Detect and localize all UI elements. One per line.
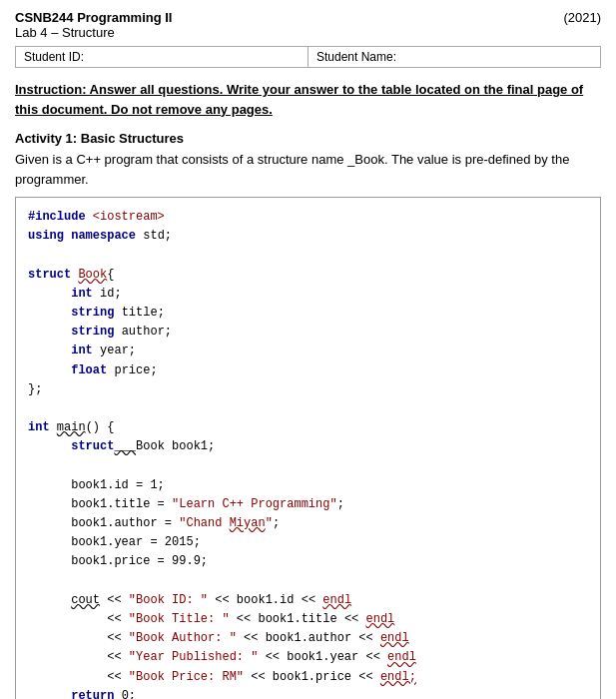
instruction-text: Instruction: Answer all questions. Write… [15,80,601,119]
student-name-cell: Student Name: [308,47,600,67]
student-info-bar: Student ID: Student Name: [15,46,601,68]
lab-subtitle: Lab 4 – Structure [15,25,173,40]
year-label: (2021) [563,10,601,25]
instruction-underlined: Instruction: Answer all questions. Write… [15,82,583,117]
activity-title: Activity 1: Basic Structures [15,131,601,146]
course-title: CSNB244 Programming II [15,10,173,25]
activity-description: Given is a C++ program that consists of … [15,150,601,189]
code-block: #include <iostream> using namespace std;… [15,197,601,699]
student-id-cell: Student ID: [16,47,308,67]
